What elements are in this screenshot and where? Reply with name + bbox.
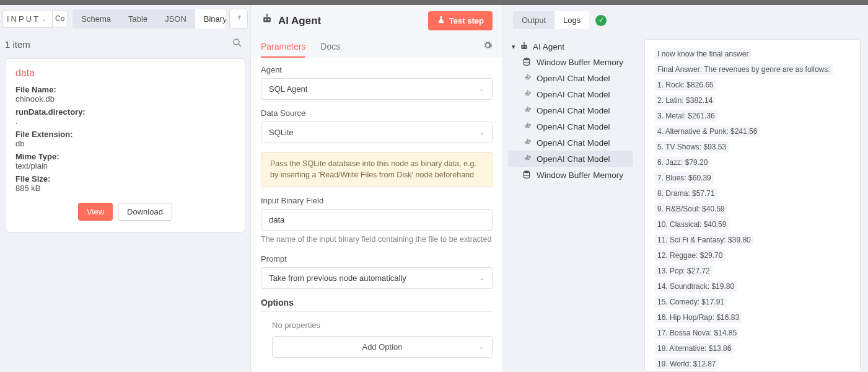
- seg-logs[interactable]: Logs: [555, 11, 589, 29]
- view-button[interactable]: View: [78, 203, 113, 221]
- node-title-text: AI Agent: [278, 15, 321, 27]
- log-line: 13. Pop: $27.72: [655, 265, 712, 277]
- svg-point-12: [524, 58, 529, 60]
- chevron-down-icon: ▾: [512, 43, 515, 51]
- options-heading: Options: [261, 298, 493, 312]
- file-name-label: File Name:: [15, 85, 235, 94]
- log-line: 18. Alternative: $13.86: [655, 343, 734, 354]
- tree-item[interactable]: OpenAI Chat Model: [508, 118, 633, 135]
- log-line: 4. Alternative & Punk: $241.56: [655, 126, 760, 137]
- tab-binary[interactable]: Binary: [195, 9, 226, 29]
- right-header: Output Logs ✓: [503, 5, 868, 35]
- seg-output[interactable]: Output: [513, 11, 555, 29]
- log-line: 19. World: $12.87: [655, 358, 719, 370]
- datasource-select[interactable]: SQLite ⌄: [261, 122, 493, 143]
- agent-value: SQL Agent: [269, 84, 307, 94]
- tree-item-label: Window Buffer Memory: [537, 58, 623, 67]
- log-line: 17. Bossa Nova: $14.85: [655, 327, 739, 339]
- tab-json[interactable]: JSON: [156, 9, 195, 29]
- right-pane: Output Logs ✓ ▾ AI Agent Window Buffer M…: [503, 5, 868, 372]
- tree-root-label: AI Agent: [533, 42, 564, 51]
- chevron-down-icon: ⌄: [479, 128, 484, 136]
- log-line: 1. Rock: $826.65: [655, 79, 716, 91]
- robot-icon: [261, 13, 273, 29]
- openai-icon: [522, 138, 532, 148]
- chevron-down-icon: ⌄: [479, 343, 484, 351]
- tree-item[interactable]: OpenAI Chat Model: [508, 102, 633, 118]
- chevron-down-icon: ⌄: [479, 85, 484, 93]
- binary-field-input[interactable]: data: [261, 209, 493, 231]
- tab-parameters[interactable]: Parameters: [261, 37, 305, 58]
- center-tabs: Parameters Docs: [261, 37, 493, 58]
- log-line: 3. Metal: $261.36: [655, 110, 717, 122]
- svg-point-4: [268, 19, 269, 20]
- agent-select[interactable]: SQL Agent ⌄: [261, 78, 493, 100]
- add-option-button[interactable]: Add Option ⌄: [272, 336, 493, 358]
- prompt-label: Prompt: [261, 254, 493, 264]
- directory-value: .: [15, 117, 235, 126]
- tab-table[interactable]: Table: [120, 9, 156, 29]
- binary-card: data File Name: chinook.db runData.direc…: [5, 58, 245, 232]
- size-label: File Size:: [15, 174, 235, 184]
- tab-docs[interactable]: Docs: [320, 37, 340, 58]
- database-icon: [522, 170, 532, 180]
- tree-item-label: OpenAI Chat Model: [537, 122, 610, 131]
- pin-button[interactable]: [229, 9, 248, 29]
- center-pane: AI Agent Test step Parameters Docs Ag: [250, 5, 503, 372]
- log-tree: ▾ AI Agent Window Buffer MemoryOpenAI Ch…: [503, 35, 633, 372]
- svg-point-11: [524, 42, 525, 43]
- mime-value: text/plain: [15, 161, 235, 170]
- sqlite-notice: Pass the SQLite database into this node …: [261, 152, 493, 187]
- svg-point-8: [522, 46, 524, 48]
- gear-icon[interactable]: [483, 40, 493, 53]
- mime-label: Mime Type:: [15, 152, 235, 161]
- file-ext-label: File Extension:: [15, 130, 235, 139]
- center-header: AI Agent Test step Parameters Docs: [251, 5, 502, 58]
- left-tabs: INPUT ⌄ Co Schema Table JSON Binary: [0, 5, 250, 32]
- binary-field-label: Input Binary Field: [261, 196, 493, 205]
- log-line: 14. Soundtrack: $19.80: [655, 281, 737, 292]
- robot-icon: [519, 42, 529, 51]
- svg-rect-7: [521, 45, 527, 49]
- database-icon: [522, 57, 532, 67]
- tree-item-label: OpenAI Chat Model: [537, 90, 610, 99]
- svg-point-0: [234, 39, 239, 45]
- tab-schema[interactable]: Schema: [72, 9, 120, 29]
- search-icon[interactable]: [232, 37, 243, 51]
- prompt-value: Take from previous node automatically: [269, 273, 406, 283]
- file-name-value: chinook.db: [15, 94, 235, 104]
- log-line: 8. Drama: $57.71: [655, 188, 717, 199]
- tree-item[interactable]: OpenAI Chat Model: [508, 86, 633, 102]
- tree-item-label: OpenAI Chat Model: [537, 138, 610, 148]
- svg-line-1: [239, 44, 241, 46]
- flask-icon: [437, 16, 445, 26]
- tree-item-label: Window Buffer Memory: [537, 170, 623, 180]
- datasource-value: SQLite: [269, 128, 294, 137]
- tree-item[interactable]: OpenAI Chat Model: [508, 135, 633, 151]
- tree-root[interactable]: ▾ AI Agent: [508, 39, 633, 54]
- log-output[interactable]: I now know the final answerFinal Answer:…: [644, 39, 861, 372]
- input-view-tabs: Schema Table JSON Binary: [72, 9, 225, 29]
- tree-item[interactable]: OpenAI Chat Model: [508, 70, 633, 86]
- tree-item[interactable]: Window Buffer Memory: [508, 54, 633, 70]
- log-line: 16. Hip Hop/Rap: $16.83: [655, 312, 742, 323]
- log-line: Final Answer: The revenues by genre are …: [655, 64, 833, 75]
- left-pane: INPUT ⌄ Co Schema Table JSON Binary 1 it…: [0, 5, 250, 372]
- svg-point-19: [524, 170, 529, 173]
- no-properties: No properties: [261, 312, 493, 336]
- tree-item[interactable]: Window Buffer Memory: [508, 167, 633, 183]
- tree-item[interactable]: OpenAI Chat Model: [508, 151, 633, 167]
- input-dropdown[interactable]: INPUT ⌄: [2, 10, 53, 28]
- log-line: 7. Blues: $60.39: [655, 172, 714, 184]
- binary-field-help: The name of the input binary field conta…: [261, 234, 493, 246]
- chevron-down-icon: ⌄: [479, 274, 484, 282]
- success-badge: ✓: [595, 15, 607, 26]
- prompt-select[interactable]: Take from previous node automatically ⌄: [261, 267, 493, 289]
- pin-icon: [234, 14, 243, 24]
- test-step-label: Test step: [449, 16, 484, 25]
- connection-label[interactable]: Co: [53, 10, 68, 27]
- download-button[interactable]: Download: [118, 203, 172, 221]
- log-line: 10. Classical: $40.59: [655, 219, 729, 230]
- test-step-button[interactable]: Test step: [428, 11, 493, 30]
- items-row: 1 item: [0, 32, 250, 56]
